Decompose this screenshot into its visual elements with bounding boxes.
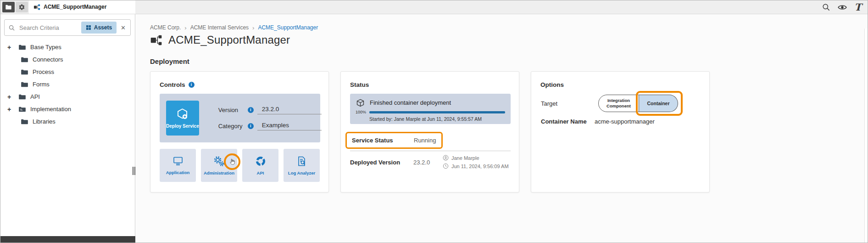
control-tiles: Application Administration [160,149,320,182]
card-title-row: Controls i [160,81,195,88]
tree-item-api[interactable]: + API [0,90,135,103]
implementation-folder-icon [18,106,26,113]
tree-item-forms[interactable]: Forms [0,78,135,90]
deployed-version-label: Deployed Version [350,159,400,166]
person-icon [443,155,449,161]
deployment-status-panel: Finished container deployment 100% Start… [350,94,511,124]
open-asset-tab[interactable]: ACME_SupportManager [29,0,135,14]
tile-label: Administration [204,170,234,175]
tree-item-label: API [30,93,40,100]
folder-icon [18,94,26,100]
status-title: Status [350,81,369,88]
api-tile[interactable]: API [242,149,278,182]
deployed-at-text: Jun 11, 2024, 9:56:09 AM [451,164,509,169]
section-heading: Deployment [150,57,189,65]
target-option-container[interactable]: Container [639,95,678,112]
progress-percent-label: 100% [356,110,366,114]
card-title-row: Options [540,81,564,88]
status-card: Status Finished container deployment 100… [340,71,519,192]
tree-item-libraries[interactable]: Libraries [0,115,135,128]
progress-bar [369,111,505,113]
search-input[interactable] [18,24,78,32]
info-icon[interactable]: i [248,107,254,113]
scrollbar[interactable] [864,28,868,243]
container-box-icon [356,98,365,107]
options-card: Options Target Integration Component Con… [531,71,710,192]
status-message: Finished container deployment [370,99,451,106]
search-icon [8,24,15,31]
category-field[interactable]: Examples [257,122,322,130]
breadcrumb-item-current[interactable]: ACME_SupportManager [258,24,318,31]
annotation-highlight-service-status: Service Status Running [345,132,443,149]
service-status-label: Service Status [352,137,414,144]
tree-item-process[interactable]: Process [0,66,135,78]
target-option-label: Container [647,101,669,106]
deployment-cards: Controls i Deploy Service [150,71,710,192]
expand-icon[interactable]: + [7,106,18,113]
administration-tile[interactable]: Administration [201,149,237,182]
annotation-highlight-ring [224,153,240,170]
folder-button[interactable] [2,2,15,12]
breadcrumb-item[interactable]: ACME Corp. [150,24,181,31]
deploy-panel: Deploy Service Version i 23.2.0 Category… [160,94,320,142]
administration-icon [213,155,225,167]
target-option-integration-component[interactable]: Integration Component [598,95,639,112]
asset-icon [150,34,162,46]
service-status-value: Running [414,137,436,144]
target-label: Target [541,100,557,107]
deploy-service-button[interactable]: Deploy Service [166,101,199,136]
tab-title: ACME_SupportManager [44,4,106,10]
asset-tree: + Base Types Connectors Process Forms + … [0,41,135,128]
folder-icon [21,69,28,75]
folder-icon [21,81,28,88]
expand-icon[interactable]: + [7,93,18,101]
deployed-by-text: Jane Marple [451,155,479,161]
deployed-version-value: 23.2.0 [413,159,430,166]
tree-item-connectors[interactable]: Connectors [0,53,135,66]
asset-icon [33,4,40,11]
tree-item-label: Base Types [30,44,61,51]
assets-chip-label: Assets [94,24,112,31]
tile-label: Application [166,170,190,175]
tree-item-label: Forms [33,81,50,88]
assets-filter-chip[interactable]: Assets [81,22,117,34]
breadcrumb-item[interactable]: ACME Internal Services [190,24,249,31]
options-title: Options [540,81,564,88]
application-tile[interactable]: Application [160,149,196,182]
target-option-label: Integration Component [602,98,635,109]
info-icon[interactable]: i [189,82,195,88]
controls-card: Controls i Deploy Service [150,71,329,192]
divider [350,151,511,151]
api-pie-icon [255,155,267,167]
close-icon[interactable]: ✕ [120,24,127,31]
main-content: ACME Corp. › ACME Internal Services › AC… [136,14,868,243]
asset-sidebar: Assets ✕ + Base Types Connectors Process… [0,14,135,236]
tree-item-label: Implementation [30,106,71,113]
log-analyzer-tile[interactable]: Log Analyzer [284,149,320,182]
clock-icon [443,163,449,169]
deployed-version-row: Deployed Version 23.2.0 Jane Marple Jun … [350,153,511,181]
sidebar-resize-handle[interactable] [132,166,135,175]
eye-icon[interactable] [837,4,847,11]
info-icon[interactable]: i [248,123,254,129]
deploy-service-label: Deploy Service [166,124,199,129]
search-icon[interactable] [822,3,830,11]
version-field[interactable]: 23.2.0 [257,106,322,114]
started-by-text: Started by: Jane Marple at Jun 11, 2024,… [369,116,505,122]
folder-icon [21,57,28,63]
application-icon [172,156,184,167]
tree-item-implementation[interactable]: + Implementation [0,103,135,115]
tree-item-label: Connectors [33,56,63,63]
chevron-right-icon: › [252,25,254,31]
progress-bar-fill [369,111,505,113]
search-box: Assets ✕ [4,19,131,36]
log-analyzer-icon [296,155,307,167]
page-title: ACME_SupportManager [168,34,290,46]
expand-icon[interactable]: + [7,44,18,51]
category-label: Category [218,123,244,130]
tree-item-base-types[interactable]: + Base Types [0,41,135,53]
settings-button[interactable] [16,2,28,12]
container-name-label: Container Name [541,118,587,125]
tile-label: Log Analyzer [288,170,315,175]
tile-label: API [257,170,264,175]
